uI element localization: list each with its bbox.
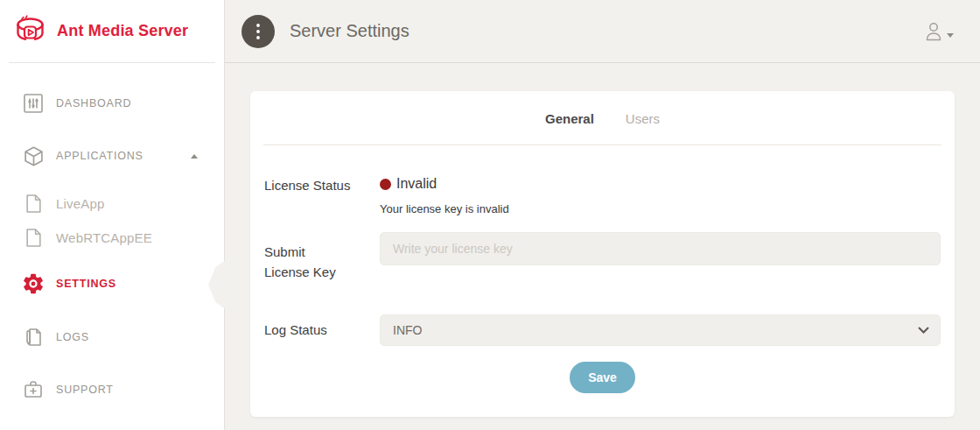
general-settings-form: License Status Invalid Your license key … — [250, 176, 955, 393]
sidebar-item-label: DASHBOARD — [56, 97, 131, 109]
sidebar-item-label: SUPPORT — [56, 384, 114, 396]
tab-general[interactable]: General — [545, 111, 594, 126]
sidebar-item-label: WebRTCAppEE — [56, 230, 152, 245]
license-status-value: Invalid — [396, 176, 437, 192]
chevron-down-icon — [947, 33, 954, 38]
sidebar-item-applications[interactable]: APPLICATIONS — [0, 145, 224, 167]
sidebar-item-settings[interactable]: SETTINGS — [0, 272, 224, 295]
ant-media-logo-icon — [12, 15, 48, 48]
brand-name: Ant Media Server — [57, 22, 188, 40]
user-menu-button[interactable] — [924, 21, 954, 42]
license-status-value-block: Invalid Your license key is invalid — [380, 176, 509, 215]
sidebar-item-label: SETTINGS — [56, 278, 116, 290]
license-status-message: Your license key is invalid — [380, 202, 509, 215]
log-status-label: Log Status — [264, 321, 380, 341]
license-status-row: License Status Invalid Your license key … — [264, 176, 941, 215]
log-status-select[interactable]: INFO — [380, 314, 941, 346]
log-status-select-wrap: INFO — [380, 314, 941, 346]
submit-license-label-line2: License Key — [264, 263, 380, 283]
sidebar-item-liveapp[interactable]: LiveApp — [0, 192, 224, 215]
main-content: General Users License Status Invalid You… — [225, 63, 980, 430]
file-icon — [21, 194, 46, 213]
submit-license-label-line1: Submit — [264, 243, 380, 263]
file-icon — [21, 229, 46, 247]
page-menu-button[interactable] — [242, 15, 275, 48]
sidebar-nav: DASHBOARD APPLICATIONS LiveApp — [0, 63, 224, 401]
vertical-ellipsis-icon — [256, 23, 261, 40]
tab-users[interactable]: Users — [626, 111, 660, 126]
sidebar-item-logs[interactable]: LOGS — [0, 326, 224, 349]
status-dot-icon — [380, 179, 391, 190]
tabs-divider — [263, 145, 942, 145]
sidebar-item-label: LOGS — [56, 331, 89, 343]
sidebar-item-dashboard[interactable]: DASHBOARD — [0, 92, 224, 115]
license-status-label: License Status — [264, 176, 380, 196]
server-settings-card: General Users License Status Invalid You… — [250, 91, 955, 417]
support-icon — [21, 379, 46, 400]
package-icon — [21, 145, 46, 167]
dashboard-icon — [21, 93, 46, 114]
gear-icon — [21, 271, 46, 296]
collapse-caret-icon[interactable] — [191, 154, 198, 159]
page-title: Server Settings — [290, 21, 410, 41]
submit-license-label: Submit License Key — [264, 232, 380, 282]
save-button[interactable]: Save — [570, 362, 635, 393]
sidebar-item-label: LiveApp — [56, 196, 105, 211]
sidebar-item-label: APPLICATIONS — [56, 150, 144, 162]
save-row: Save — [264, 362, 941, 393]
person-icon — [924, 21, 943, 42]
logs-icon — [21, 327, 46, 348]
license-status-line: Invalid — [380, 176, 509, 192]
license-key-input[interactable] — [380, 232, 941, 265]
submit-license-row: Submit License Key — [264, 232, 941, 282]
brand-logo[interactable]: Ant Media Server — [0, 0, 224, 62]
settings-tabs: General Users — [250, 91, 955, 145]
sidebar: Ant Media Server DASHBOARD — [0, 0, 225, 430]
sidebar-item-webrtcappee[interactable]: WebRTCAppEE — [0, 226, 224, 249]
header: Server Settings — [225, 0, 980, 63]
log-status-row: Log Status INFO — [264, 314, 941, 346]
sidebar-item-support[interactable]: SUPPORT — [0, 378, 224, 401]
